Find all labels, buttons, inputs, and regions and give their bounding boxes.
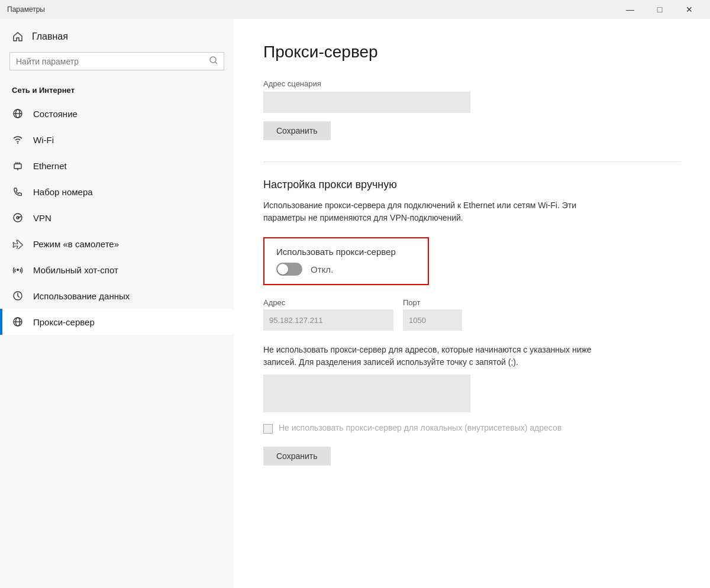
search-input[interactable] — [16, 57, 205, 66]
toggle-label: Использовать прокси-сервер — [276, 247, 416, 257]
datausage-icon — [12, 290, 24, 302]
sidebar-item-wifi[interactable]: Wi-Fi — [0, 127, 234, 153]
sidebar-item-label: Режим «в самолете» — [33, 239, 119, 249]
port-label: Порт — [403, 298, 462, 307]
home-label: Главная — [32, 31, 68, 42]
scenario-addr-input[interactable] — [263, 92, 470, 113]
svg-point-14 — [17, 269, 19, 271]
content-area: Прокси-сервер Адрес сценария Сохранить Н… — [234, 19, 710, 588]
ethernet-icon — [12, 160, 24, 172]
sidebar-item-proxy[interactable]: Прокси-сервер — [0, 309, 234, 335]
minimize-button[interactable]: — — [617, 0, 644, 19]
close-button[interactable]: ✕ — [676, 0, 703, 19]
sidebar-item-datausage[interactable]: Использование данных — [0, 283, 234, 309]
sidebar-item-ethernet[interactable]: Ethernet — [0, 153, 234, 179]
proxy-toggle[interactable] — [276, 263, 302, 276]
manual-description: Использование прокси-сервера для подключ… — [263, 199, 595, 224]
sidebar-item-label: Прокси-сервер — [33, 317, 95, 327]
exceptions-input[interactable] — [263, 374, 470, 412]
sidebar-item-dialup[interactable]: Набор номера 4 — [0, 179, 234, 205]
section-title: Сеть и Интернет — [0, 82, 234, 101]
sidebar-item-label: Использование данных — [33, 291, 130, 301]
addr-input[interactable] — [263, 309, 393, 331]
checkbox-label: Не использовать прокси-сервер для локаль… — [279, 423, 561, 432]
svg-point-0 — [210, 57, 216, 63]
airplane-icon — [12, 238, 24, 250]
port-input[interactable] — [403, 309, 462, 331]
title-bar: Параметры — □ ✕ — [0, 0, 710, 19]
sidebar-item-label: VPN — [33, 213, 51, 223]
toggle-status: Откл. — [311, 264, 333, 274]
sidebar-item-label: Состояние — [33, 109, 78, 119]
home-icon — [12, 31, 24, 43]
toggle-row: Откл. — [276, 263, 416, 276]
sidebar-item-label: Мобильный хот-спот — [33, 265, 118, 275]
addr-group: Адрес — [263, 298, 393, 331]
wifi-icon — [12, 134, 24, 146]
checkbox-row: Не использовать прокси-сервер для локаль… — [263, 423, 595, 434]
maximize-button[interactable]: □ — [646, 0, 673, 19]
addr-label: Адрес — [263, 298, 393, 307]
save-button-top[interactable]: Сохранить — [263, 121, 331, 140]
hotspot-icon — [12, 264, 24, 276]
sidebar-item-vpn[interactable]: VPN — [0, 205, 234, 231]
page-title: Прокси-сервер — [263, 43, 680, 62]
svg-line-1 — [215, 62, 217, 64]
svg-point-5 — [17, 143, 18, 144]
sidebar-item-label: Набор номера — [33, 187, 93, 197]
exceptions-description: Не использовать прокси-сервер для адресо… — [263, 344, 595, 369]
divider — [263, 161, 680, 162]
manual-section-title: Настройка прокси вручную — [263, 179, 680, 191]
svg-rect-6 — [14, 164, 21, 169]
sidebar-home-button[interactable]: Главная — [0, 19, 234, 52]
window-controls: — □ ✕ — [617, 0, 703, 19]
search-icon — [209, 56, 218, 66]
phone-icon — [12, 186, 24, 198]
scenario-addr-label: Адрес сценария — [263, 79, 680, 88]
local-bypass-checkbox[interactable] — [263, 424, 273, 434]
app-title: Параметры — [7, 5, 45, 14]
save-button-bottom[interactable]: Сохранить — [263, 447, 331, 466]
sidebar-item-label: Ethernet — [33, 161, 67, 171]
toggle-section: Использовать прокси-сервер Откл. — [263, 237, 429, 285]
globe-icon — [12, 108, 24, 119]
sidebar-item-label: Wi-Fi — [33, 135, 54, 145]
search-box[interactable] — [9, 52, 224, 70]
app-body: Главная Сеть и Интернет Состояние — [0, 19, 710, 588]
proxy-icon — [12, 316, 24, 328]
sidebar: Главная Сеть и Интернет Состояние — [0, 19, 234, 588]
port-group: Порт — [403, 298, 462, 331]
sidebar-item-status[interactable]: Состояние — [0, 101, 234, 127]
addr-port-row: Адрес Порт — [263, 298, 680, 331]
sidebar-item-airplane[interactable]: Режим «в самолете» — [0, 231, 234, 257]
sidebar-item-hotspot[interactable]: Мобильный хот-спот — [0, 257, 234, 283]
vpn-icon — [12, 212, 24, 224]
